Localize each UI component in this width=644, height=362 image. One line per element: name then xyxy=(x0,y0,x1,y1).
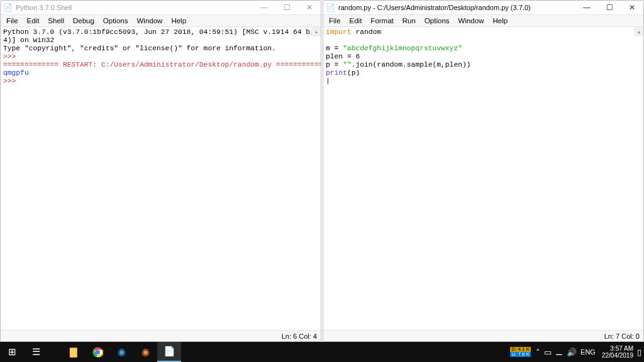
titlebar-editor[interactable]: 📄 random.py - C:/Users/Administrator/Des… xyxy=(323,1,643,14)
file-explorer-icon[interactable]: ▇ xyxy=(62,342,86,362)
scrollbar-up-icon[interactable]: ▴ xyxy=(634,27,643,36)
clock[interactable]: 3:57 AM 22/04/2019 xyxy=(602,345,633,359)
window-shell: 📄 Python 3.7.0 Shell — ☐ ✕ FileEditShell… xyxy=(0,0,321,342)
menu-run[interactable]: Run xyxy=(398,14,420,27)
network-meter[interactable]: D: 4.1 K U: 7.8 K xyxy=(510,347,531,357)
menubar-editor: FileEditFormatRunOptionsWindowHelp xyxy=(323,14,643,27)
menu-help[interactable]: Help xyxy=(167,14,191,27)
battery-icon[interactable]: ▭ xyxy=(544,348,552,357)
menu-edit[interactable]: Edit xyxy=(345,14,367,27)
window-editor: 📄 random.py - C:/Users/Administrator/Des… xyxy=(323,0,644,342)
menu-options[interactable]: Options xyxy=(99,14,133,27)
titlebar-shell[interactable]: 📄 Python 3.7.0 Shell — ☐ ✕ xyxy=(1,1,321,14)
editor-code[interactable]: import random m = "abcdefghijklmnopqrstu… xyxy=(323,27,643,330)
start-button[interactable]: ⊞ xyxy=(0,342,24,362)
python-icon: 📄 xyxy=(3,3,13,12)
editor-body: import random m = "abcdefghijklmnopqrstu… xyxy=(323,27,643,330)
firefox-icon[interactable]: ◉ xyxy=(133,342,157,362)
menu-window[interactable]: Window xyxy=(132,14,167,27)
minimize-button[interactable]: — xyxy=(575,1,598,14)
edge-icon[interactable]: ◉ xyxy=(109,342,133,362)
shell-body: Python 3.7.0 (v3.7.0:1bf9cc5093, Jun 27 … xyxy=(1,27,321,330)
menubar-shell: FileEditShellDebugOptionsWindowHelp xyxy=(1,14,321,27)
close-button[interactable]: ✕ xyxy=(298,1,321,14)
statusbar-editor: Ln: 7 Col: 0 xyxy=(323,330,643,341)
taskbar-right: D: 4.1 K U: 7.8 K ˄ ▭ ⚊ 🔊 ENG 3:57 AM 22… xyxy=(510,342,644,362)
chrome-icon[interactable] xyxy=(86,342,109,362)
task-view-icon[interactable]: ☰ xyxy=(24,342,48,362)
menu-format[interactable]: Format xyxy=(366,14,397,27)
menu-edit[interactable]: Edit xyxy=(23,14,44,27)
wifi-icon[interactable]: ⚊ xyxy=(555,348,563,357)
menu-file[interactable]: File xyxy=(2,14,23,27)
menu-debug[interactable]: Debug xyxy=(69,14,99,27)
menu-file[interactable]: File xyxy=(325,14,345,27)
window-title: Python 3.7.0 Shell xyxy=(16,4,253,11)
statusbar-shell: Ln: 6 Col: 4 xyxy=(1,330,321,341)
menu-window[interactable]: Window xyxy=(454,14,489,27)
scrollbar-up-icon[interactable]: ▴ xyxy=(311,27,321,36)
python-icon: 📄 xyxy=(326,3,335,12)
notifications-icon[interactable]: ▯ xyxy=(637,348,641,357)
language-indicator[interactable]: ENG xyxy=(580,348,596,356)
window-title: random.py - C:/Users/Administrator/Deskt… xyxy=(338,4,575,11)
shell-output[interactable]: Python 3.7.0 (v3.7.0:1bf9cc5093, Jun 27 … xyxy=(1,27,321,330)
maximize-button[interactable]: ☐ xyxy=(275,1,298,14)
menu-help[interactable]: Help xyxy=(488,14,512,27)
menu-shell[interactable]: Shell xyxy=(43,14,69,27)
idle-taskbar-icon[interactable]: 📄 xyxy=(157,342,181,362)
svg-point-1 xyxy=(95,349,99,354)
maximize-button[interactable]: ☐ xyxy=(598,1,621,14)
volume-icon[interactable]: 🔊 xyxy=(567,348,577,357)
close-button[interactable]: ✕ xyxy=(621,1,643,14)
status-text: Ln: 6 Col: 4 xyxy=(282,332,317,340)
minimize-button[interactable]: — xyxy=(253,1,275,14)
status-text: Ln: 7 Col: 0 xyxy=(604,332,640,340)
desktop: 📄 Python 3.7.0 Shell — ☐ ✕ FileEditShell… xyxy=(0,0,644,342)
menu-options[interactable]: Options xyxy=(420,14,454,27)
taskbar: ⊞ ☰ ▇ ◉ ◉ 📄 D: 4.1 K U: 7.8 K ˄ ▭ ⚊ 🔊 EN… xyxy=(0,342,644,362)
taskbar-left: ⊞ ☰ ▇ ◉ ◉ 📄 xyxy=(0,342,181,362)
tray-chevron-icon[interactable]: ˄ xyxy=(536,348,540,357)
